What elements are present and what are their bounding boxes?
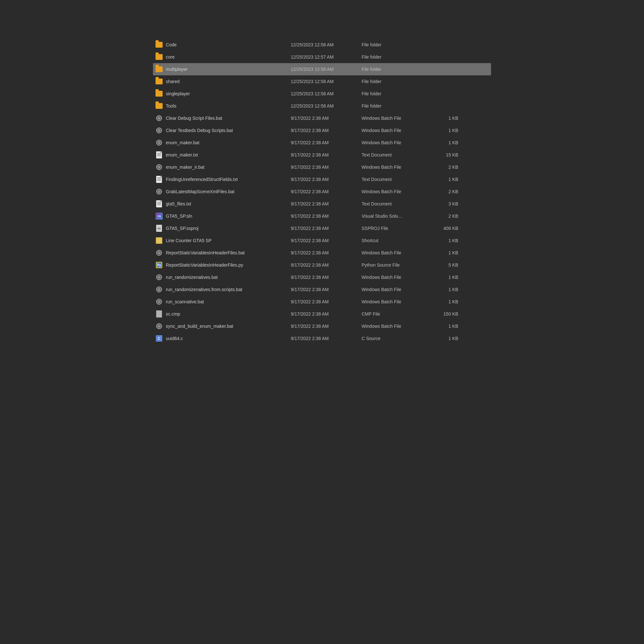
file-size: 1 KB: [426, 250, 458, 255]
table-row[interactable]: ⚙enum_maker_ir.bat9/17/2022 2:38 AMWindo…: [153, 161, 491, 173]
folder-icon: [156, 79, 163, 84]
txt-icon: [156, 200, 162, 207]
table-row[interactable]: ⚙run_randomizenatives.from.scripts.bat9/…: [153, 283, 491, 296]
table-row[interactable]: ⚙Clear Testbeds Debug Scripts.bat9/17/20…: [153, 124, 491, 137]
file-type: Windows Batch File: [362, 116, 426, 121]
file-date: 9/17/2022 2:38 AM: [291, 226, 362, 231]
file-type: File folder: [362, 67, 426, 72]
file-name: sc.cmp: [166, 311, 180, 317]
file-date: 9/17/2022 2:38 AM: [291, 213, 362, 219]
file-type: C Source: [362, 336, 426, 341]
table-row[interactable]: ⚙run_scannative.bat9/17/2022 2:38 AMWind…: [153, 296, 491, 308]
table-row[interactable]: ⚙Clear Debug Script Files.bat9/17/2022 2…: [153, 112, 491, 124]
file-size: 2 KB: [426, 213, 458, 219]
file-type: Visual Studio Solu...: [362, 213, 426, 219]
file-date: 12/25/2023 12:58 AM: [291, 67, 362, 72]
file-type: Windows Batch File: [362, 165, 426, 170]
table-row[interactable]: multiplayer12/25/2023 12:58 AMFile folde…: [153, 63, 491, 75]
table-row[interactable]: VSGTA5_SP.sln9/17/2022 2:38 AMVisual Stu…: [153, 210, 491, 222]
bat-icon: ⚙: [156, 164, 162, 170]
file-date: 12/25/2023 12:58 AM: [291, 42, 362, 47]
py-icon: Py: [156, 262, 162, 268]
file-date: 9/17/2022 2:38 AM: [291, 189, 362, 194]
file-name: singleplayer: [166, 91, 190, 96]
table-row[interactable]: PyReportStaticVariablesInHeaderFiles.py9…: [153, 259, 491, 271]
file-date: 9/17/2022 2:38 AM: [291, 324, 362, 329]
file-type: Shortcut: [362, 238, 426, 243]
table-row[interactable]: ⚙sync_and_build_enum_maker.bat9/17/2022 …: [153, 320, 491, 332]
file-name: Clear Testbeds Debug Scripts.bat: [166, 128, 233, 133]
bat-icon: ⚙: [156, 274, 162, 280]
txt-icon: [156, 151, 162, 158]
folder-icon: [156, 54, 163, 60]
bat-icon: ⚙: [156, 115, 162, 121]
file-date: 12/25/2023 12:57 AM: [291, 54, 362, 60]
file-date: 9/17/2022 2:38 AM: [291, 238, 362, 243]
file-name: gta5_files.txt: [166, 201, 191, 206]
file-date: 9/17/2022 2:38 AM: [291, 201, 362, 206]
bat-icon: ⚙: [156, 250, 162, 256]
file-size: 1 KB: [426, 275, 458, 280]
file-type: Windows Batch File: [362, 299, 426, 304]
file-type: Text Document: [362, 201, 426, 206]
file-size: 1 KB: [426, 128, 458, 133]
file-name: GTA5_SP.sln: [166, 213, 192, 219]
file-size: 1 KB: [426, 324, 458, 329]
file-name: FindingUnreferencedStructFields.txt: [166, 177, 238, 182]
file-name: uuid64.c: [166, 336, 183, 341]
file-date: 9/17/2022 2:38 AM: [291, 165, 362, 170]
file-date: 12/25/2023 12:58 AM: [291, 79, 362, 84]
file-type: SSPROJ File: [362, 226, 426, 231]
table-row[interactable]: FindingUnreferencedStructFields.txt9/17/…: [153, 173, 491, 185]
file-date: 9/17/2022 2:38 AM: [291, 152, 362, 157]
table-row[interactable]: shared12/25/2023 12:58 AMFile folder: [153, 75, 491, 88]
file-date: 9/17/2022 2:38 AM: [291, 311, 362, 317]
file-name: Tools: [166, 103, 176, 109]
file-type: Windows Batch File: [362, 275, 426, 280]
file-date: 9/17/2022 2:38 AM: [291, 336, 362, 341]
table-row[interactable]: singleplayer12/25/2023 12:58 AMFile fold…: [153, 88, 491, 100]
file-date: 9/17/2022 2:38 AM: [291, 140, 362, 145]
file-name: GrabLatestMapSceneXmlFiles.bat: [166, 189, 234, 194]
file-name: Clear Debug Script Files.bat: [166, 116, 222, 121]
table-row[interactable]: sc.cmp9/17/2022 2:38 AMCMP File150 KB: [153, 308, 491, 320]
table-row[interactable]: Code12/25/2023 12:58 AMFile folder: [153, 39, 491, 51]
folder-icon: [156, 103, 163, 109]
file-name: ReportStaticVariablesInHeaderFiles.py: [166, 262, 243, 268]
table-row[interactable]: ⚙enum_maker.bat9/17/2022 2:38 AMWindows …: [153, 137, 491, 149]
file-name: enum_maker.txt: [166, 152, 198, 157]
c-source-icon: C: [156, 335, 162, 342]
file-type: File folder: [362, 79, 426, 84]
shortcut-icon: ↗: [156, 237, 162, 244]
file-date: 9/17/2022 2:38 AM: [291, 275, 362, 280]
file-type: File folder: [362, 42, 426, 47]
txt-icon: [156, 176, 162, 183]
file-name: GTA5_SP.ssproj: [166, 226, 198, 231]
table-row[interactable]: ⚙GrabLatestMapSceneXmlFiles.bat9/17/2022…: [153, 185, 491, 198]
table-row[interactable]: SSGTA5_SP.ssproj9/17/2022 2:38 AMSSPROJ …: [153, 222, 491, 234]
table-row[interactable]: ⚙run_randomizenatives.bat9/17/2022 2:38 …: [153, 271, 491, 283]
file-type: Windows Batch File: [362, 128, 426, 133]
bat-icon: ⚙: [156, 286, 162, 293]
file-type: File folder: [362, 54, 426, 60]
table-row[interactable]: Tools12/25/2023 12:58 AMFile folder: [153, 100, 491, 112]
table-row[interactable]: Cuuid64.c9/17/2022 2:38 AMC Source1 KB: [153, 332, 491, 345]
table-row[interactable]: enum_maker.txt9/17/2022 2:38 AMText Docu…: [153, 149, 491, 161]
bat-icon: ⚙: [156, 298, 162, 305]
table-row[interactable]: ⚙ReportStaticVariablesInHeaderFiles.bat9…: [153, 247, 491, 259]
file-size: 1 KB: [426, 287, 458, 292]
file-size: 1 KB: [426, 238, 458, 243]
table-row[interactable]: core12/25/2023 12:57 AMFile folder: [153, 51, 491, 63]
table-row[interactable]: gta5_files.txt9/17/2022 2:38 AMText Docu…: [153, 198, 491, 210]
file-explorer: Code12/25/2023 12:58 AMFile foldercore12…: [153, 39, 491, 345]
file-size: 3 KB: [426, 201, 458, 206]
file-date: 12/25/2023 12:58 AM: [291, 103, 362, 109]
folder-icon: [156, 66, 163, 72]
folder-icon: [156, 91, 163, 97]
table-row[interactable]: ↗Line Counter GTA5 SP9/17/2022 2:38 AMSh…: [153, 234, 491, 247]
bat-icon: ⚙: [156, 139, 162, 146]
file-list: Code12/25/2023 12:58 AMFile foldercore12…: [153, 39, 491, 345]
file-name: enum_maker.bat: [166, 140, 199, 145]
file-date: 9/17/2022 2:38 AM: [291, 262, 362, 268]
file-type: File folder: [362, 103, 426, 109]
